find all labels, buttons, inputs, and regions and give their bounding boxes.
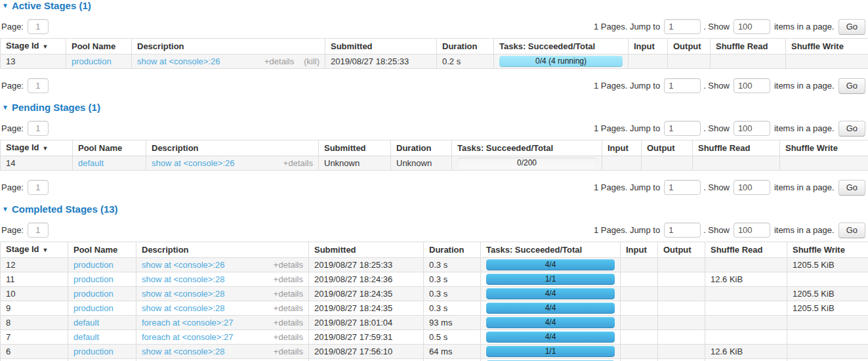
show-count-input[interactable] — [734, 223, 770, 238]
column-header-submitted[interactable]: Submitted — [309, 242, 424, 258]
column-header-input[interactable]: Input — [629, 39, 668, 54]
pool-name-link[interactable]: production — [73, 303, 114, 313]
stage-row: 10production+detailsshow at <console>:28… — [1, 287, 868, 301]
pool-name-link[interactable]: production — [73, 274, 114, 284]
go-button[interactable]: Go — [838, 78, 865, 94]
column-header-shuffle-read[interactable]: Shuffle Read — [711, 39, 786, 54]
pool-name-link[interactable]: production — [73, 289, 114, 299]
column-header-shuffle-read[interactable]: Shuffle Read — [693, 140, 780, 156]
column-header-pool-name[interactable]: Pool Name — [73, 140, 146, 156]
shuffle-write-cell: 1205.5 KiB — [787, 359, 868, 361]
show-count-input[interactable] — [734, 121, 770, 136]
column-header-duration[interactable]: Duration — [437, 39, 494, 54]
description-link[interactable]: show at <console>:28 — [142, 303, 224, 313]
jump-to-input[interactable] — [664, 19, 701, 34]
go-button[interactable]: Go — [838, 180, 865, 196]
details-toggle-link[interactable]: +details — [274, 332, 303, 342]
column-header-description[interactable]: Description — [146, 140, 319, 156]
section-header-active-stages[interactable]: ▼ Active Stages (1) — [2, 1, 868, 11]
pool-name-link[interactable]: production — [72, 56, 112, 66]
jump-to-input[interactable] — [664, 78, 701, 93]
description-link[interactable]: foreach at <console>:27 — [142, 332, 234, 342]
details-toggle-link[interactable]: +details — [283, 158, 313, 168]
details-toggle-link[interactable]: +details — [274, 303, 303, 313]
task-progress-bar: 1/1 — [486, 346, 615, 357]
pool-name-link[interactable]: default — [73, 332, 99, 342]
column-header-description[interactable]: Description — [136, 242, 309, 258]
column-header-output[interactable]: Output — [658, 242, 705, 258]
column-header-submitted[interactable]: Submitted — [325, 39, 437, 54]
details-toggle-link[interactable]: +details — [274, 318, 303, 328]
pool-name-link[interactable]: default — [73, 318, 99, 328]
column-header-shuffle-read[interactable]: Shuffle Read — [705, 242, 787, 258]
section-header-completed-stages[interactable]: ▼ Completed Stages (13) — [2, 204, 868, 215]
column-header-stage-id[interactable]: Stage Id▼ — [1, 242, 68, 258]
shuffle-read-cell — [705, 258, 787, 272]
page-number-input[interactable] — [28, 121, 49, 136]
shuffle-read-cell — [705, 330, 787, 345]
jump-to-input[interactable] — [664, 180, 701, 195]
go-button[interactable]: Go — [838, 19, 865, 35]
tasks-progress-cell: 1/1 — [481, 272, 621, 287]
column-header-shuffle-write[interactable]: Shuffle Write — [787, 242, 868, 258]
jump-to-input[interactable] — [664, 223, 701, 238]
submitted-cell: 2019/08/27 18:24:35 — [309, 287, 424, 301]
column-header-output[interactable]: Output — [668, 39, 711, 54]
jump-to-input[interactable] — [664, 121, 701, 136]
page-number-input[interactable] — [28, 180, 49, 195]
page-number-input[interactable] — [28, 78, 49, 93]
column-header-pool-name[interactable]: Pool Name — [68, 242, 136, 258]
column-header-duration[interactable]: Duration — [424, 242, 481, 258]
section-header-pending-stages[interactable]: ▼ Pending Stages (1) — [2, 102, 868, 113]
show-count-input[interactable] — [734, 19, 770, 34]
description-actions: +details — [274, 273, 303, 286]
description-link[interactable]: show at <console>:28 — [142, 347, 224, 356]
show-count-input[interactable] — [734, 78, 770, 93]
submitted-cell: 2019/08/27 18:25:33 — [309, 258, 424, 272]
section-title-text: Active Stages (1) — [12, 1, 91, 11]
description-link[interactable]: show at <console>:26 — [152, 158, 234, 168]
details-toggle-link[interactable]: +details — [274, 274, 303, 284]
column-header-submitted[interactable]: Submitted — [319, 140, 391, 156]
details-toggle-link[interactable]: +details — [264, 56, 294, 66]
description-link[interactable]: show at <console>:28 — [142, 289, 224, 299]
details-toggle-link[interactable]: +details — [274, 289, 303, 299]
details-toggle-link[interactable]: +details — [274, 347, 303, 356]
column-header-tasks-succeeded-total[interactable]: Tasks: Succeeded/Total — [494, 39, 629, 54]
column-header-input[interactable]: Input — [621, 242, 658, 258]
description-actions: +details — [274, 345, 303, 358]
details-toggle-link[interactable]: +details — [274, 260, 303, 270]
description-cell: +detailsshow at <console>:26 — [146, 156, 319, 171]
column-header-shuffle-write[interactable]: Shuffle Write — [786, 39, 868, 54]
description-link[interactable]: show at <console>:26 — [137, 56, 220, 66]
column-header-stage-id[interactable]: Stage Id▼ — [1, 140, 73, 156]
task-progress-label: 0/4 (4 running) — [499, 56, 623, 67]
column-header-stage-id[interactable]: Stage Id▼ — [1, 39, 66, 54]
stage-row: 13production+details(kill)show at <conso… — [1, 54, 868, 69]
column-header-shuffle-write[interactable]: Shuffle Write — [780, 140, 868, 156]
pool-name-link[interactable]: production — [73, 260, 114, 270]
column-header-tasks-succeeded-total[interactable]: Tasks: Succeeded/Total — [481, 242, 621, 258]
column-header-input[interactable]: Input — [602, 140, 642, 156]
description-link[interactable]: show at <console>:26 — [142, 260, 224, 270]
page-number-input[interactable] — [28, 19, 49, 34]
kill-link[interactable]: (kill) — [304, 56, 320, 66]
column-header-description[interactable]: Description — [132, 39, 325, 54]
description-link[interactable]: show at <console>:28 — [142, 274, 224, 284]
page-number-input[interactable] — [28, 223, 49, 238]
description-link[interactable]: foreach at <console>:27 — [142, 318, 234, 328]
column-header-tasks-succeeded-total[interactable]: Tasks: Succeeded/Total — [452, 140, 602, 156]
go-button[interactable]: Go — [838, 223, 865, 238]
show-count-input[interactable] — [734, 180, 770, 195]
go-button[interactable]: Go — [838, 121, 865, 137]
column-header-pool-name[interactable]: Pool Name — [66, 39, 132, 54]
shuffle-write-cell — [787, 316, 868, 330]
pool-name-link[interactable]: production — [73, 347, 114, 356]
pool-name-link[interactable]: default — [78, 158, 104, 168]
shuffle-write-cell — [787, 345, 868, 359]
column-header-output[interactable]: Output — [642, 140, 693, 156]
tasks-progress-cell: 0/200 — [452, 156, 602, 171]
duration-cell: 0.3 s — [424, 272, 481, 287]
column-header-duration[interactable]: Duration — [391, 140, 452, 156]
input-cell — [621, 258, 658, 272]
